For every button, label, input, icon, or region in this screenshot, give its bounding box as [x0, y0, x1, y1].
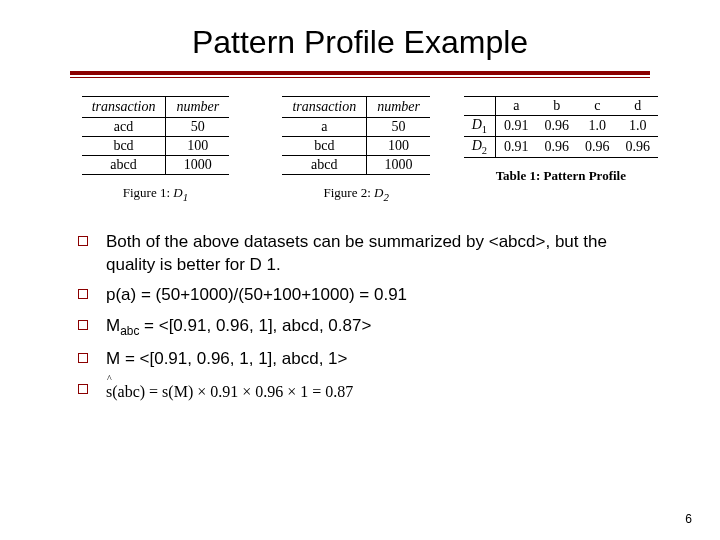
figure-2: transaction number a 50 bcd 100 abcd 100…: [263, 96, 450, 203]
formula-text: (abc) = s(M) × 0.91 × 0.96 × 1 = 0.87: [112, 383, 353, 400]
bullet-icon: [78, 236, 88, 246]
bullet-list: Both of the above datasets can be summar…: [78, 231, 642, 403]
title-underline: [70, 71, 650, 78]
figure-1: transaction number acd 50 bcd 100 abcd 1…: [62, 96, 249, 203]
cell: 0.91: [496, 136, 537, 157]
cell: 50: [166, 118, 229, 137]
cell: acd: [82, 118, 166, 137]
figure-2-table: transaction number a 50 bcd 100 abcd 100…: [282, 96, 430, 175]
cell: abcd: [282, 156, 366, 175]
cell: bcd: [82, 137, 166, 156]
cell: 100: [166, 137, 229, 156]
cell: abcd: [82, 156, 166, 175]
table-1-caption: Table 1: Pattern Profile: [464, 168, 658, 184]
pattern-profile-table: a b c d D1 0.91 0.96 1.0 1.0 D2 0.91 0.9…: [464, 96, 658, 158]
bullet-formula: s(abc) = s(M) × 0.91 × 0.96 × 1 = 0.87: [106, 379, 642, 403]
bullet-text: Both of the above datasets can be summar…: [106, 231, 642, 277]
col-header: c: [577, 97, 618, 116]
bullet-text: Mabc = <[0.91, 0.96, 1], abcd, 0.87>: [106, 315, 642, 339]
list-item: p(a) = (50+1000)/(50+100+1000) = 0.91: [78, 284, 642, 307]
cell: a: [282, 118, 366, 137]
cell: bcd: [282, 137, 366, 156]
list-item: Both of the above datasets can be summar…: [78, 231, 642, 277]
col-header: transaction: [82, 97, 166, 118]
figure-1-table: transaction number acd 50 bcd 100 abcd 1…: [82, 96, 230, 175]
table-1: a b c d D1 0.91 0.96 1.0 1.0 D2 0.91 0.9…: [464, 96, 658, 184]
figures-row: transaction number acd 50 bcd 100 abcd 1…: [62, 96, 658, 203]
col-header: [464, 97, 496, 116]
col-header: number: [166, 97, 229, 118]
cell: 0.96: [537, 136, 578, 157]
cell: 0.96: [537, 116, 578, 137]
bullet-icon: [78, 289, 88, 299]
list-item: Mabc = <[0.91, 0.96, 1], abcd, 0.87>: [78, 315, 642, 339]
cell: 1.0: [618, 116, 659, 137]
cell: 1000: [367, 156, 430, 175]
cell: 0.96: [618, 136, 659, 157]
page-number: 6: [685, 512, 692, 526]
bullet-icon: [78, 384, 88, 394]
col-header: number: [367, 97, 430, 118]
row-header: D2: [464, 136, 496, 157]
s-hat-symbol: s: [106, 383, 112, 400]
col-header: transaction: [282, 97, 366, 118]
cell: 0.96: [577, 136, 618, 157]
cell: 0.91: [496, 116, 537, 137]
bullet-text: M = <[0.91, 0.96, 1, 1], abcd, 1>: [106, 348, 642, 371]
col-header: d: [618, 97, 659, 116]
cell: 50: [367, 118, 430, 137]
bullet-icon: [78, 353, 88, 363]
list-item: M = <[0.91, 0.96, 1, 1], abcd, 1>: [78, 348, 642, 371]
bullet-text: p(a) = (50+1000)/(50+100+1000) = 0.91: [106, 284, 642, 307]
page-title: Pattern Profile Example: [50, 24, 670, 61]
bullet-icon: [78, 320, 88, 330]
col-header: a: [496, 97, 537, 116]
list-item: s(abc) = s(M) × 0.91 × 0.96 × 1 = 0.87: [78, 379, 642, 403]
figure-2-caption: Figure 2: D2: [263, 185, 450, 203]
col-header: b: [537, 97, 578, 116]
slide: Pattern Profile Example transaction numb…: [0, 0, 720, 430]
cell: 1.0: [577, 116, 618, 137]
cell: 1000: [166, 156, 229, 175]
cell: 100: [367, 137, 430, 156]
figure-1-caption: Figure 1: D1: [62, 185, 249, 203]
row-header: D1: [464, 116, 496, 137]
